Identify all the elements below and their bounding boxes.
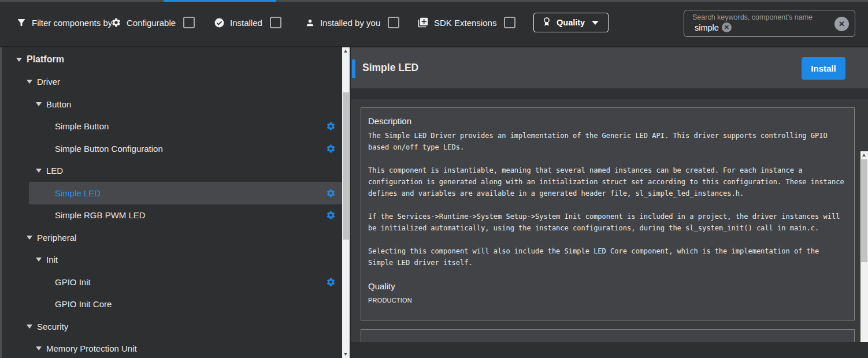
description-paragraph: The Simple LED Driver provides an implem… [368, 130, 847, 153]
tree-item-label: Peripheral [37, 233, 76, 243]
configurable-label: Configurable [127, 18, 176, 28]
tree-item-label: GPIO Init [55, 277, 91, 287]
quality-heading: Quality [368, 280, 847, 293]
installed-checkbox[interactable] [270, 17, 281, 28]
detail-footer-strip [351, 342, 868, 358]
title-accent-bar [352, 59, 355, 78]
tree-item-security[interactable]: Security [2, 315, 342, 338]
sdk-extensions-checkbox[interactable] [504, 17, 515, 28]
tree-item-simple-button[interactable]: Simple Button [2, 115, 342, 138]
expand-arrow-icon[interactable] [36, 258, 42, 262]
expand-arrow-icon[interactable] [36, 169, 42, 173]
tree-item-label: Simple RGB PWM LED [55, 210, 146, 220]
top-edge-line [0, 0, 868, 2]
expand-arrow-icon[interactable] [16, 58, 22, 62]
installed-label: Installed [230, 18, 262, 28]
configure-gear-icon[interactable] [326, 277, 336, 287]
configure-gear-icon[interactable] [326, 144, 336, 154]
description-heading: Description [368, 115, 847, 128]
tree-item-label: Init [46, 255, 58, 264]
description-paragraph: Selecting this component will also inclu… [368, 245, 847, 268]
chip-remove-icon[interactable]: ✕ [722, 23, 732, 32]
tree-item-gpio-init[interactable]: GPIO Init [2, 271, 342, 293]
filter-by-text: Filter components by [32, 18, 112, 28]
configure-gear-icon[interactable] [326, 188, 336, 198]
filter-installed: Installed [214, 11, 281, 34]
configure-gear-icon[interactable] [326, 121, 336, 131]
tree-item-led[interactable]: LED [2, 160, 342, 182]
check-circle-icon [214, 17, 225, 28]
award-ribbon-icon [541, 17, 552, 29]
tree-item-peripheral[interactable]: Peripheral [2, 226, 342, 249]
configure-gear-icon[interactable] [326, 210, 336, 220]
description-card: Description The Simple LED Driver provid… [361, 107, 855, 320]
component-detail-panel: Simple LED Install Description The Simpl… [350, 47, 868, 358]
tree-item-gpio-init-core[interactable]: GPIO Init Core [2, 293, 342, 316]
tree-item-memory-protection-unit[interactable]: Memory Protection Unit [2, 338, 342, 358]
tree-item-label: LED [46, 166, 63, 176]
tree-item-platform[interactable]: Platform [2, 49, 342, 71]
filter-toolbar: Filter components by Configurable Instal… [0, 0, 868, 47]
detail-header: Simple LED Install [351, 47, 868, 88]
installed-by-you-label: Installed by you [320, 18, 380, 28]
description-paragraph: This component is instantiable, meaning … [368, 165, 847, 199]
description-paragraphs: The Simple LED Driver provides an implem… [368, 130, 847, 268]
filter-installed-by-you: Installed by you [305, 11, 399, 34]
tree-item-simple-led[interactable]: Simple LED [2, 182, 342, 204]
detail-scroll-up-arrow-icon[interactable] [860, 151, 868, 159]
tree-item-label: GPIO Init Core [55, 299, 112, 309]
gear-icon [111, 17, 121, 28]
tree-item-label: Security [37, 322, 68, 331]
tree-item-label: Memory Protection Unit [46, 344, 137, 353]
configurable-checkbox[interactable] [183, 17, 195, 28]
tree-item-button[interactable]: Button [2, 93, 342, 115]
description-paragraph: If the Services->Runtime->System Setup->… [368, 211, 847, 234]
top-accent-segment [164, 0, 276, 2]
tree-item-label: Button [46, 99, 71, 109]
person-icon [305, 18, 315, 28]
tree-item-label: Simple LED [55, 188, 101, 198]
detail-scrollbar[interactable] [860, 151, 868, 342]
tree-item-label: Driver [37, 77, 60, 87]
filter-configurable: Configurable [111, 11, 195, 34]
tree-item-simple-rgb-pwm-led[interactable]: Simple RGB PWM LED [2, 204, 342, 227]
tree-item-label: Platform [27, 54, 64, 65]
install-button[interactable]: Install [802, 57, 845, 80]
search-chip: simple ✕ [692, 23, 848, 32]
sidebar-scrollbar-thumb[interactable] [343, 92, 349, 240]
search-input[interactable]: Search keywords, component's name simple… [684, 10, 855, 37]
filter-components-by-label: Filter components by [16, 11, 112, 34]
sidebar-scrollbar[interactable] [342, 47, 350, 358]
installed-by-you-checkbox[interactable] [388, 17, 399, 28]
tree-item-driver[interactable]: Driver [2, 71, 342, 94]
scroll-up-arrow-icon[interactable] [342, 47, 350, 55]
filter-funnel-icon [16, 17, 27, 28]
component-library-window: Filter components by Configurable Instal… [0, 0, 868, 358]
expand-arrow-icon[interactable] [27, 236, 32, 240]
search-chip-label: simple [695, 23, 719, 32]
tree-item-simple-button-configuration[interactable]: Simple Button Configuration [2, 137, 342, 160]
tree-item-label: Simple Button Configuration [55, 144, 163, 154]
library-add-icon [417, 17, 429, 28]
detail-scrollbar-thumb[interactable] [861, 159, 867, 262]
header-divider [351, 88, 868, 99]
component-tree: PlatformDriverButtonSimple ButtonSimple … [0, 47, 342, 358]
search-clear-button[interactable]: ✕ [834, 17, 849, 31]
next-section-card [361, 329, 855, 342]
component-title: Simple LED [362, 47, 418, 88]
expand-arrow-icon[interactable] [36, 102, 42, 106]
expand-arrow-icon[interactable] [27, 80, 32, 84]
expand-arrow-icon[interactable] [36, 346, 42, 350]
quality-value: PRODUCTION [368, 297, 847, 304]
detail-content: Description The Simple LED Driver provid… [351, 99, 868, 342]
scroll-down-arrow-icon[interactable] [342, 350, 350, 358]
chevron-down-icon [592, 21, 599, 25]
search-placeholder: Search keywords, component's name [692, 13, 848, 22]
sdk-extensions-label: SDK Extensions [434, 18, 496, 28]
quality-button-label: Quality [557, 18, 585, 27]
filter-sdk-extensions: SDK Extensions [417, 11, 515, 34]
expand-arrow-icon[interactable] [27, 325, 32, 329]
tree-item-init[interactable]: Init [2, 249, 342, 271]
tree-item-label: Simple Button [55, 121, 109, 131]
quality-dropdown-button[interactable]: Quality [533, 13, 609, 32]
